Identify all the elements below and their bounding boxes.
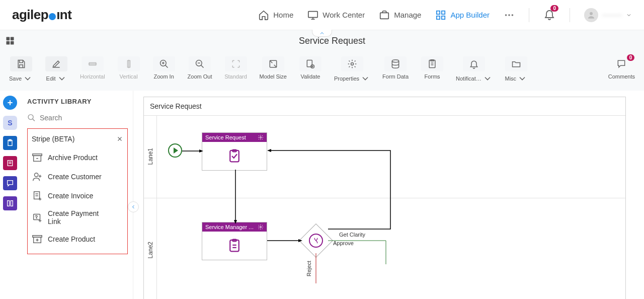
close-icon[interactable] [116, 135, 123, 142]
properties-label: Properties [334, 76, 359, 82]
rail-item-clipboard[interactable] [3, 136, 17, 150]
svg-rect-10 [7, 37, 10, 41]
activity-group-stripe: Stripe (BETA) Archive Product Create Cus… [27, 128, 128, 254]
chevron-down-icon [23, 73, 33, 84]
canvas-title: Service Request [150, 102, 202, 110]
briefcase-icon [379, 10, 390, 21]
forms-button[interactable]: Forms [417, 54, 448, 82]
payment-icon [32, 212, 43, 223]
validate-button[interactable]: Validate [295, 54, 326, 82]
activity-label: Create Invoice [48, 192, 93, 200]
archive-icon [32, 152, 43, 163]
nav-home[interactable]: Home [258, 10, 293, 21]
chat-icon [6, 179, 14, 187]
nav-manage[interactable]: Manage [379, 10, 421, 21]
top-nav: agilepınt Home Work Center Manage App Bu… [0, 0, 644, 30]
save-icon [16, 59, 26, 69]
invoice-icon [32, 190, 43, 201]
chevron-down-icon [626, 12, 632, 18]
apps-grid-button[interactable] [0, 36, 20, 46]
form-check-icon [227, 148, 242, 164]
activity-create-payment-link[interactable]: Create Payment Link [31, 205, 124, 230]
user-name-label: ——— [602, 11, 622, 19]
workspace: S ACTIVITY LIBRARY Stripe (BETA) A [0, 91, 644, 299]
edit-icon [51, 59, 61, 69]
user-menu[interactable]: ——— [584, 8, 632, 22]
task-service-request[interactable]: Service Request [202, 132, 267, 171]
lane2-label: Lane2 [147, 242, 154, 258]
form-icon [227, 238, 242, 253]
logo: agilepınt [12, 7, 71, 23]
task-service-manager-approval[interactable]: Service Manager Appr... [202, 222, 267, 260]
search-input[interactable] [40, 114, 128, 122]
validate-label: Validate [300, 73, 320, 80]
edit-button[interactable]: Edit [41, 54, 72, 86]
svg-marker-48 [267, 149, 271, 152]
task1-label: Service Request [205, 134, 246, 140]
rail-add-button[interactable] [3, 96, 17, 110]
rail-item-chat[interactable] [3, 176, 17, 190]
start-node[interactable] [168, 143, 182, 158]
activity-create-invoice[interactable]: Create Invoice [31, 186, 124, 205]
standard-icon [231, 59, 241, 69]
user-plus-icon [32, 171, 43, 182]
avatar-icon [584, 8, 598, 22]
comment-icon [616, 59, 626, 69]
gear-icon[interactable] [258, 134, 264, 140]
misc-label: Misc [505, 76, 516, 82]
rail-item-doc[interactable] [3, 156, 17, 170]
notifications-label: Notificat… [456, 76, 481, 82]
document-icon [6, 159, 14, 167]
nav-work-center[interactable]: Work Center [307, 10, 365, 21]
edge-start-to-task1 [182, 150, 203, 153]
zoom-out-button[interactable]: Zoom Out [184, 54, 216, 82]
nav-work-center-label: Work Center [323, 11, 365, 19]
horizontal-button[interactable]: Horizontal [76, 54, 109, 82]
sidebar-title: ACTIVITY LIBRARY [27, 98, 133, 105]
standard-button[interactable]: Standard [220, 54, 252, 82]
model-size-icon [268, 59, 278, 69]
form-data-label: Form Data [382, 73, 409, 80]
save-button[interactable]: Save [5, 54, 37, 86]
svg-rect-4 [437, 16, 440, 19]
collapse-sidebar-button[interactable] [128, 201, 139, 212]
svg-point-39 [260, 227, 262, 228]
comments-button[interactable]: 0 Comments [604, 54, 639, 82]
activity-create-customer[interactable]: Create Customer [31, 167, 124, 186]
search-row [27, 113, 133, 122]
task2-label: Service Manager Appr... [205, 224, 256, 230]
activity-create-product[interactable]: Create Product [31, 230, 124, 249]
gear-icon[interactable] [258, 224, 264, 230]
svg-point-22 [392, 60, 398, 62]
zoom-in-icon [159, 59, 169, 69]
nav-separator-2 [570, 8, 570, 22]
zoom-in-button[interactable]: Zoom In [148, 54, 180, 82]
properties-button[interactable]: Properties [330, 54, 374, 86]
notifications-button[interactable]: 0 [543, 8, 555, 22]
group-header[interactable]: Stripe (BETA) [31, 133, 124, 148]
chevron-down-icon [517, 73, 527, 84]
form-data-button[interactable]: Form Data [378, 54, 413, 82]
home-icon [258, 10, 269, 21]
misc-button[interactable]: Misc [501, 54, 532, 86]
notifications-tool-button[interactable]: Notificat… [452, 54, 497, 86]
nav-app-builder[interactable]: App Builder [435, 10, 490, 21]
save-label: Save [9, 76, 22, 82]
activity-archive-product[interactable]: Archive Product [31, 148, 124, 167]
rail-item-columns[interactable] [3, 196, 17, 210]
lane2-head[interactable]: Lane2 [144, 198, 157, 299]
svg-point-30 [28, 115, 33, 120]
collapse-toolbar-tab[interactable] [312, 30, 332, 37]
rail-item-s[interactable]: S [3, 116, 17, 130]
nav-separator [529, 8, 529, 22]
process-canvas[interactable]: Service Request Lane1 Lane2 Service Requ… [143, 97, 626, 299]
horizontal-label: Horizontal [80, 73, 105, 80]
product-icon [32, 234, 43, 245]
model-size-button[interactable]: Model Size [256, 54, 291, 82]
chevron-down-icon [57, 73, 67, 84]
zoom-out-icon [195, 59, 205, 69]
nav-more[interactable] [504, 10, 515, 21]
svg-rect-1 [380, 13, 389, 19]
vertical-button[interactable]: Vertical [113, 54, 144, 82]
lane1-head[interactable]: Lane1 [144, 115, 157, 198]
